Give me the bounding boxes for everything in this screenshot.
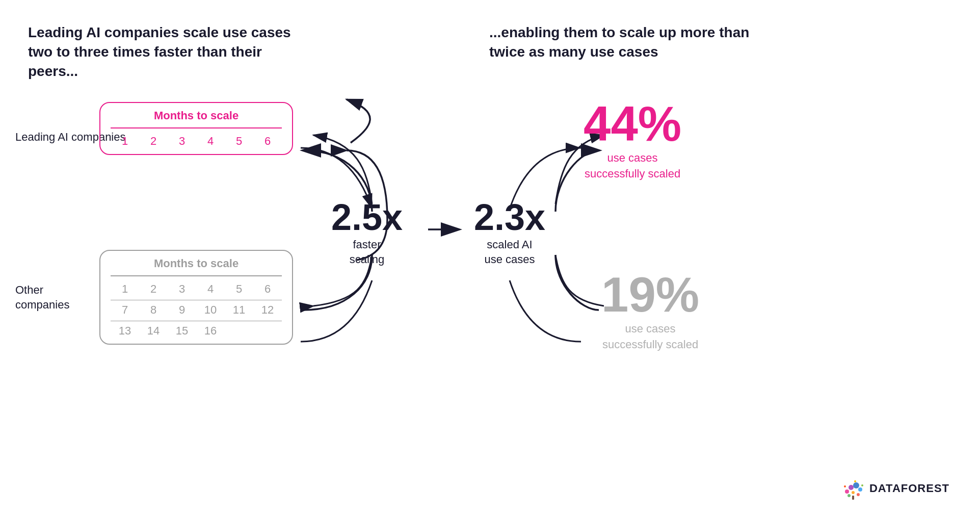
- other-cell-empty1: [228, 324, 250, 338]
- svg-point-15: [861, 484, 863, 486]
- other-companies-label: Othercompanies: [15, 283, 69, 312]
- leading-companies-table: Months to scale 1 2 3 4 5 6: [99, 102, 293, 155]
- faster-scaling-stat: 2.5x fasterscaling: [316, 199, 418, 267]
- other-cell-6: 6: [257, 282, 278, 296]
- other-table-row3: 13 14 15 16: [111, 324, 282, 338]
- leading-cell-3: 3: [172, 135, 192, 148]
- other-cell-15: 15: [171, 324, 193, 338]
- other-cell-12: 12: [257, 303, 278, 317]
- svg-rect-13: [852, 496, 854, 500]
- leading-cell-2: 2: [143, 135, 164, 148]
- svg-point-6: [845, 489, 849, 494]
- svg-point-10: [852, 491, 855, 494]
- faster-scaling-label: fasterscaling: [316, 238, 418, 267]
- svg-point-12: [857, 493, 860, 496]
- svg-point-9: [858, 487, 862, 492]
- other-cell-1: 1: [114, 282, 136, 296]
- scaled-ai-stat: 2.3x scaled AIuse cases: [454, 199, 566, 267]
- dataforest-logo: DATAFOREST: [841, 476, 949, 501]
- leading-table-title: Months to scale: [111, 109, 282, 128]
- other-success-label: use casessuccessfully scaled: [601, 321, 699, 353]
- other-cell-9: 9: [171, 303, 193, 317]
- svg-point-8: [853, 482, 859, 488]
- other-cell-3: 3: [171, 282, 193, 296]
- leading-success-label: use casessuccessfully scaled: [584, 150, 681, 182]
- other-cell-10: 10: [200, 303, 221, 317]
- other-cell-2: 2: [143, 282, 164, 296]
- scaled-ai-value: 2.3x: [454, 199, 566, 236]
- leading-table-row1: 1 2 3 4 5 6: [111, 135, 282, 148]
- faster-scaling-value: 2.5x: [316, 199, 418, 236]
- leading-cell-6: 6: [257, 135, 278, 148]
- header-left-title: Leading AI companies scale use cases two…: [28, 23, 293, 81]
- other-cell-5: 5: [228, 282, 250, 296]
- other-cell-16: 16: [200, 324, 221, 338]
- leading-cell-1: 1: [115, 135, 135, 148]
- header-left: Leading AI companies scale use cases two…: [28, 23, 293, 81]
- header-right: ...enabling them to scale up more than t…: [489, 23, 775, 62]
- other-success-number: 19%: [601, 270, 699, 319]
- leading-success-stat: 44% use casessuccessfully scaled: [584, 99, 681, 182]
- other-cell-7: 7: [114, 303, 136, 317]
- logo-text: DATAFOREST: [869, 482, 949, 495]
- other-table-row1: 1 2 3 4 5 6: [111, 282, 282, 296]
- other-cell-11: 11: [228, 303, 250, 317]
- svg-point-16: [854, 480, 856, 482]
- other-cell-13: 13: [114, 324, 136, 338]
- svg-point-11: [847, 494, 851, 497]
- header-right-title: ...enabling them to scale up more than t…: [489, 23, 775, 62]
- other-success-stat: 19% use casessuccessfully scaled: [601, 270, 699, 353]
- other-table-row2: 7 8 9 10 11 12: [111, 303, 282, 317]
- other-companies-table: Months to scale 1 2 3 4 5 6 7 8 9 10 11 …: [99, 250, 293, 345]
- scaled-ai-label: scaled AIuse cases: [454, 238, 566, 267]
- other-cell-8: 8: [143, 303, 164, 317]
- other-cell-4: 4: [200, 282, 221, 296]
- other-cell-14: 14: [143, 324, 164, 338]
- other-cell-empty2: [257, 324, 278, 338]
- svg-point-7: [849, 485, 854, 490]
- leading-cell-5: 5: [229, 135, 249, 148]
- other-table-title: Months to scale: [111, 257, 282, 276]
- leading-cell-4: 4: [200, 135, 221, 148]
- dataforest-logo-icon: [841, 476, 865, 501]
- leading-success-number: 44%: [584, 99, 681, 148]
- svg-point-14: [844, 485, 846, 487]
